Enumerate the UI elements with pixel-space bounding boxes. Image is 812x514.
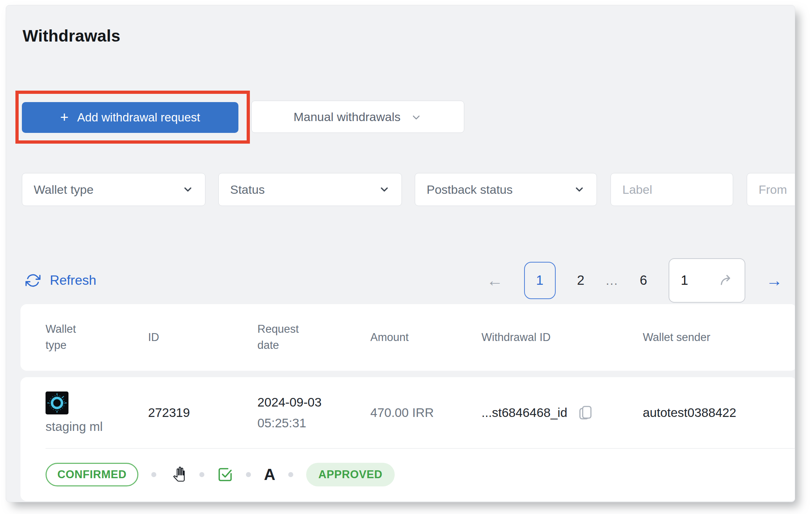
header-withdrawal-id: Withdrawal ID bbox=[481, 330, 643, 346]
row-id: 272319 bbox=[148, 405, 257, 420]
chevron-down-icon bbox=[410, 112, 422, 123]
refresh-button[interactable]: Refresh bbox=[23, 264, 99, 297]
withdrawal-mode-value: Manual withdrawals bbox=[294, 110, 401, 124]
plus-icon: + bbox=[60, 110, 68, 124]
wallet-type-label: staging ml bbox=[46, 419, 103, 434]
dot-separator bbox=[151, 472, 156, 477]
wallet-type-cell: staging ml bbox=[46, 391, 148, 434]
wallet-type-filter[interactable]: Wallet type bbox=[22, 173, 205, 206]
postback-status-filter-label: Postback status bbox=[427, 183, 513, 197]
status-badge: CONFIRMED bbox=[46, 463, 138, 486]
letter-badge: A bbox=[264, 466, 275, 484]
label-filter-input[interactable] bbox=[611, 173, 733, 206]
hand-icon bbox=[169, 466, 186, 483]
row-wallet-sender: autotest0388422 bbox=[643, 405, 795, 420]
copy-icon[interactable] bbox=[577, 404, 594, 421]
header-request-date: Request date bbox=[257, 321, 370, 354]
request-time: 05:25:31 bbox=[257, 416, 370, 430]
wallet-type-filter-label: Wallet type bbox=[34, 183, 94, 197]
request-date: 2024-09-03 bbox=[257, 395, 370, 409]
pagination-jump-input[interactable] bbox=[680, 273, 705, 288]
jump-arrow-icon[interactable] bbox=[718, 273, 734, 288]
header-wallet-sender: Wallet sender bbox=[643, 330, 795, 346]
pagination-page-2[interactable]: 2 bbox=[575, 273, 587, 288]
header-amount: Amount bbox=[370, 330, 481, 346]
withdrawal-mode-select[interactable]: Manual withdrawals bbox=[251, 101, 464, 133]
withdrawal-id-value: ...st6846468_id bbox=[481, 405, 567, 420]
pagination: ← 1 2 ... 6 → bbox=[485, 258, 784, 303]
pagination-prev-button[interactable]: ← bbox=[485, 272, 505, 289]
status-filter-label: Status bbox=[230, 183, 265, 197]
pagination-ellipsis: ... bbox=[606, 274, 618, 288]
refresh-label: Refresh bbox=[50, 273, 96, 288]
add-withdrawal-request-button[interactable]: + Add withdrawal request bbox=[22, 102, 238, 133]
add-withdrawal-request-label: Add withdrawal request bbox=[77, 111, 200, 124]
table-row[interactable]: staging ml 272319 2024-09-03 05:25:31 47… bbox=[20, 377, 795, 501]
from-filter-input[interactable] bbox=[747, 173, 795, 206]
chevron-down-icon bbox=[182, 184, 194, 195]
dot-separator bbox=[288, 472, 293, 477]
pagination-jump-box bbox=[669, 258, 745, 303]
pagination-page-6[interactable]: 6 bbox=[637, 273, 649, 288]
dot-separator bbox=[246, 472, 251, 477]
withdrawals-page: Withdrawals + Add withdrawal request Man… bbox=[6, 5, 795, 502]
chevron-down-icon bbox=[379, 184, 390, 195]
wallet-logo-icon bbox=[46, 391, 68, 414]
pagination-next-button[interactable]: → bbox=[765, 272, 784, 289]
pagination-page-1-active[interactable]: 1 bbox=[524, 262, 556, 299]
postback-status-badge: APPROVED bbox=[306, 463, 395, 486]
postback-status-filter[interactable]: Postback status bbox=[415, 173, 597, 206]
request-date-cell: 2024-09-03 05:25:31 bbox=[257, 395, 370, 430]
table-header: Wallet type ID Request date Amount Withd… bbox=[20, 304, 795, 371]
row-status-badges: CONFIRMED A APPROVED bbox=[46, 448, 795, 501]
chevron-down-icon bbox=[574, 184, 585, 195]
refresh-icon bbox=[25, 273, 41, 288]
page-title: Withdrawals bbox=[23, 26, 120, 45]
header-id: ID bbox=[148, 330, 257, 346]
header-wallet-type: Wallet type bbox=[46, 321, 148, 354]
withdrawal-id-cell: ...st6846468_id bbox=[481, 404, 643, 421]
status-filter[interactable]: Status bbox=[218, 173, 402, 206]
withdrawals-screen: Withdrawals + Add withdrawal request Man… bbox=[0, 0, 812, 514]
row-amount: 470.00 IRR bbox=[370, 405, 481, 420]
dot-separator bbox=[199, 472, 204, 477]
checkbox-check-icon bbox=[217, 467, 233, 482]
